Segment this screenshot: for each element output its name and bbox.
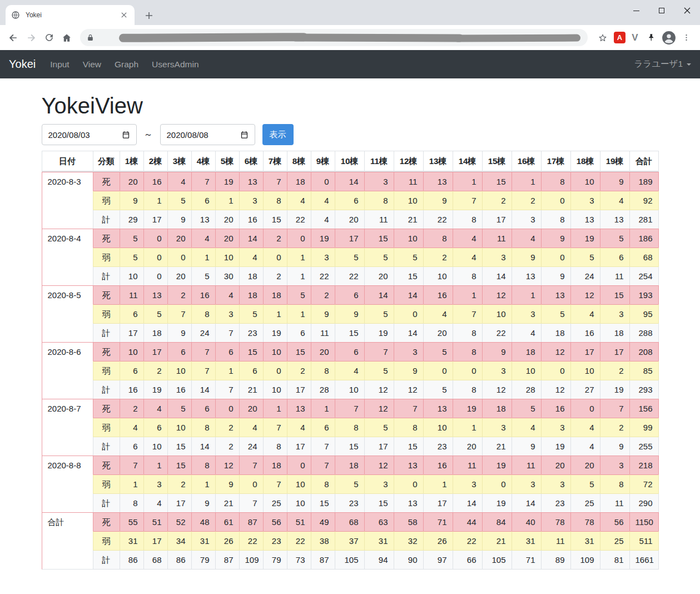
value-cell: 49 xyxy=(311,512,335,531)
value-cell: 8 xyxy=(453,323,482,342)
value-cell: 5 xyxy=(512,399,541,418)
address-bar[interactable] xyxy=(80,29,588,46)
date-from-input[interactable]: 2020/08/03 xyxy=(42,124,137,145)
value-cell: 4 xyxy=(512,229,541,248)
value-cell: 11 xyxy=(394,172,423,191)
value-cell: 20 xyxy=(239,399,263,418)
value-cell: 17 xyxy=(287,380,311,399)
value-cell: 29 xyxy=(120,210,143,229)
value-cell: 17 xyxy=(600,342,629,361)
value-cell: 78 xyxy=(570,512,600,531)
table-row-sum: 計8417921725101523151317141914232511290 xyxy=(42,493,659,512)
value-cell: 61 xyxy=(215,512,239,531)
value-cell: 52 xyxy=(167,512,191,531)
value-cell: 10 xyxy=(423,418,453,437)
value-cell: 3 xyxy=(394,342,423,361)
value-cell: 1 xyxy=(263,399,287,418)
value-cell: 10 xyxy=(120,266,143,285)
value-cell: 8 xyxy=(263,191,287,210)
value-cell: 8 xyxy=(453,210,482,229)
globe-favicon-icon xyxy=(11,11,20,19)
column-header: 日付 xyxy=(42,151,93,172)
value-cell: 28 xyxy=(311,380,335,399)
value-cell: 19 xyxy=(570,229,600,248)
tab-close-icon[interactable] xyxy=(119,10,129,20)
value-cell: 5 xyxy=(364,418,394,437)
class-label-cell: 計 xyxy=(93,380,120,399)
value-cell: 19 xyxy=(143,380,167,399)
table-row-death: 2020-8-3死2016471913718014311131151810918… xyxy=(42,172,659,191)
user-name: ララユーザ1 xyxy=(634,58,683,70)
value-cell: 8 xyxy=(541,172,570,191)
caret-down-icon xyxy=(687,63,691,66)
value-cell: 56 xyxy=(600,512,629,531)
reload-button[interactable] xyxy=(40,29,58,47)
row-total-cell: 255 xyxy=(629,437,659,456)
browser-tab[interactable]: Yokei xyxy=(6,5,135,25)
user-dropdown[interactable]: ララユーザ1 xyxy=(634,58,691,70)
value-cell: 5 xyxy=(120,248,143,266)
row-total-cell: 189 xyxy=(629,172,659,191)
value-cell: 19 xyxy=(215,172,239,191)
adobe-pdf-extension-icon[interactable]: A xyxy=(614,32,625,43)
value-cell: 3 xyxy=(143,474,167,493)
value-cell: 16 xyxy=(191,285,215,304)
back-button[interactable] xyxy=(4,29,22,47)
v-extension-icon[interactable]: V xyxy=(629,32,641,43)
navbar-link-input[interactable]: Input xyxy=(46,55,73,74)
value-cell: 4 xyxy=(570,437,600,456)
date-filter-row: 2020/08/03 ～ 2020/08/08 表示 xyxy=(42,124,659,145)
value-cell: 5 xyxy=(143,304,167,323)
bookmark-star-button[interactable] xyxy=(595,29,610,47)
value-cell: 13 xyxy=(541,285,570,304)
value-cell: 4 xyxy=(143,493,167,512)
value-cell: 1 xyxy=(311,399,335,418)
pinned-extension-button[interactable] xyxy=(644,29,658,47)
table-row-weak: 弱5001104013555243905668 xyxy=(42,248,659,266)
navbar-brand[interactable]: Yokei xyxy=(9,58,36,71)
home-button[interactable] xyxy=(58,29,76,47)
value-cell: 4 xyxy=(311,191,335,210)
value-cell: 8 xyxy=(311,361,335,380)
value-cell: 1 xyxy=(191,248,215,266)
home-icon xyxy=(61,32,72,43)
value-cell: 0 xyxy=(215,399,239,418)
profile-avatar[interactable] xyxy=(662,31,676,45)
minimize-button[interactable] xyxy=(623,0,649,21)
window-controls xyxy=(623,0,700,21)
value-cell: 7 xyxy=(239,493,263,512)
new-tab-button[interactable] xyxy=(141,8,157,23)
value-cell: 1 xyxy=(143,191,167,210)
value-cell: 1 xyxy=(453,418,482,437)
navbar-link-view[interactable]: View xyxy=(78,55,106,74)
value-cell: 18 xyxy=(263,285,287,304)
maximize-button[interactable] xyxy=(649,0,674,21)
forward-button[interactable] xyxy=(22,29,40,47)
value-cell: 19 xyxy=(482,456,512,474)
value-cell: 25 xyxy=(263,493,287,512)
browser-menu-button[interactable] xyxy=(680,29,692,47)
value-cell: 12 xyxy=(541,342,570,361)
value-cell: 71 xyxy=(423,512,453,531)
pushpin-icon xyxy=(647,33,656,42)
column-header: 4棟 xyxy=(191,151,215,172)
navbar-link-usersadmin[interactable]: UsersAdmin xyxy=(147,55,203,74)
value-cell: 51 xyxy=(287,512,311,531)
value-cell: 3 xyxy=(570,191,600,210)
value-cell: 16 xyxy=(239,210,263,229)
value-cell: 1 xyxy=(191,474,215,493)
value-cell: 20 xyxy=(167,229,191,248)
date-to-input[interactable]: 2020/08/08 xyxy=(160,124,255,145)
close-icon xyxy=(684,7,691,14)
navbar-link-graph[interactable]: Graph xyxy=(110,55,143,74)
value-cell: 13 xyxy=(394,493,423,512)
value-cell: 37 xyxy=(335,531,364,550)
value-cell: 2 xyxy=(215,418,239,437)
value-cell: 11 xyxy=(482,229,512,248)
value-cell: 19 xyxy=(482,493,512,512)
show-button[interactable]: 表示 xyxy=(262,124,294,145)
value-cell: 17 xyxy=(120,323,143,342)
close-button[interactable] xyxy=(674,0,700,21)
value-cell: 20 xyxy=(570,456,600,474)
row-total-cell: 1661 xyxy=(629,550,659,570)
